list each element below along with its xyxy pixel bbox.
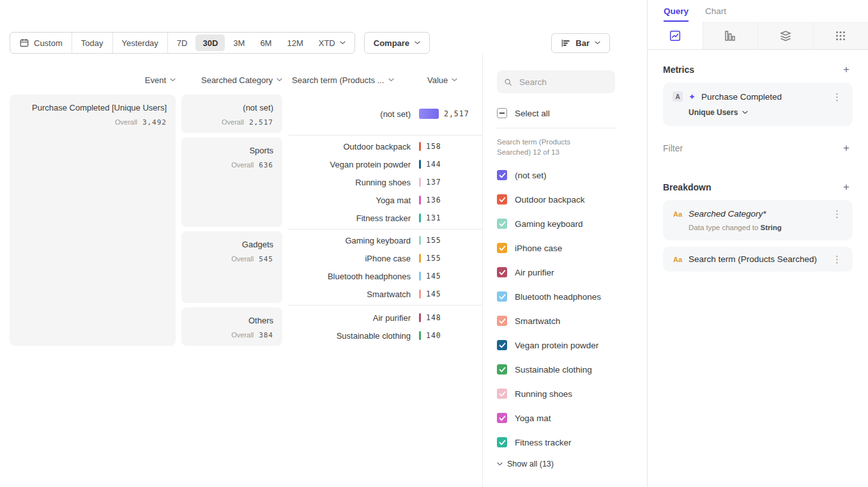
- add-breakdown-button[interactable]: +: [840, 182, 853, 192]
- breakdown-card[interactable]: Aa Search term (Products Searched) ⋮: [663, 247, 853, 272]
- separator: [167, 33, 168, 53]
- kebab-menu-icon[interactable]: ⋮: [831, 93, 843, 101]
- value-bar[interactable]: [419, 178, 421, 187]
- category-card[interactable]: OthersOverall384: [181, 307, 282, 346]
- column-header-search-term[interactable]: Search term (Products ...: [292, 72, 394, 88]
- measure-selector[interactable]: Unique Users: [689, 108, 843, 117]
- date-range-today[interactable]: Today: [74, 35, 110, 51]
- series-checkbox[interactable]: [497, 340, 507, 350]
- search-term-row[interactable]: Running shoes137: [288, 173, 482, 191]
- search-term-row[interactable]: Air purifier148: [288, 309, 482, 327]
- date-range-yesterday[interactable]: Yesterday: [115, 35, 165, 51]
- value-bar[interactable]: [419, 331, 421, 340]
- value-bar[interactable]: [419, 142, 421, 151]
- column-header-category[interactable]: Searched Category: [181, 75, 282, 85]
- search-term-row[interactable]: Bluetooth headphones145: [288, 267, 482, 285]
- search-term-row[interactable]: Vegan protein powder144: [288, 155, 482, 173]
- legend-item[interactable]: Running shoes: [497, 382, 637, 406]
- tab-retention[interactable]: [758, 22, 814, 49]
- category-card[interactable]: (not set)Overall2,517: [181, 95, 282, 133]
- value-label: 137: [426, 178, 441, 187]
- custom-date-button[interactable]: Custom: [12, 35, 70, 51]
- column-header-value[interactable]: Value: [427, 72, 457, 88]
- date-range-3m[interactable]: 3M: [226, 35, 252, 51]
- event-card[interactable]: Purchase Completed [Unique Users] Overal…: [10, 95, 176, 346]
- search-term-row[interactable]: Outdoor backpack158: [288, 137, 482, 155]
- metric-card[interactable]: A ✦ Purchase Completed ⋮ Unique Users: [663, 82, 853, 126]
- search-input[interactable]: [518, 77, 608, 88]
- date-range-12m[interactable]: 12M: [280, 35, 310, 51]
- compare-button[interactable]: Compare: [364, 32, 430, 54]
- select-all-checkbox[interactable]: [497, 108, 507, 118]
- metric-name[interactable]: Purchase Completed: [701, 92, 825, 102]
- legend-item[interactable]: iPhone case: [497, 236, 637, 260]
- series-checkbox[interactable]: [497, 170, 507, 180]
- breakdown-name[interactable]: Search term (Products Searched): [689, 254, 825, 264]
- select-all-row[interactable]: Select all: [497, 108, 637, 118]
- category-card[interactable]: GadgetsOverall545: [181, 231, 282, 303]
- term-label: Outdoor backpack: [288, 142, 411, 151]
- series-checkbox[interactable]: [497, 219, 507, 229]
- value-bar[interactable]: [419, 313, 421, 322]
- legend-item[interactable]: Bluetooth headphones: [497, 284, 637, 309]
- tab-insights[interactable]: [648, 22, 703, 49]
- value-bar[interactable]: [419, 160, 421, 169]
- value-bar[interactable]: [419, 272, 421, 281]
- kebab-menu-icon[interactable]: ⋮: [831, 255, 843, 263]
- search-term-row[interactable]: (not set)2,517: [288, 105, 482, 123]
- tab-funnels[interactable]: [703, 22, 759, 49]
- tab-query[interactable]: Query: [664, 0, 689, 22]
- series-checkbox[interactable]: [497, 316, 507, 326]
- value-bar[interactable]: [419, 236, 421, 245]
- search-term-row[interactable]: Sustainable clothing140: [288, 327, 482, 344]
- series-checkbox[interactable]: [497, 413, 507, 423]
- breakdown-card[interactable]: Aa Searched Category* ⋮ Data type change…: [663, 200, 853, 240]
- legend-item[interactable]: Fitness tracker: [497, 430, 637, 454]
- show-all-button[interactable]: Show all (13): [497, 460, 637, 468]
- legend-item-label: Vegan protein powder: [515, 341, 598, 350]
- value-bar-group: 144: [419, 160, 441, 169]
- value-bar[interactable]: [419, 109, 439, 119]
- category-card[interactable]: SportsOverall636: [181, 137, 282, 227]
- value-bar[interactable]: [419, 254, 421, 263]
- add-filter-button[interactable]: +: [840, 143, 853, 153]
- value-bar[interactable]: [419, 290, 421, 298]
- search-box[interactable]: [497, 70, 615, 93]
- table-header-row: Event Searched Category Search term (Pro…: [10, 72, 482, 88]
- legend-item[interactable]: Smartwatch: [497, 309, 637, 333]
- group-divider: [288, 305, 482, 305]
- search-term-row[interactable]: Gaming keyboard155: [288, 231, 482, 249]
- series-checkbox[interactable]: [497, 243, 507, 253]
- series-checkbox[interactable]: [497, 437, 507, 447]
- search-term-row[interactable]: Fitness tracker131: [288, 209, 482, 227]
- value-bar[interactable]: [419, 213, 421, 222]
- search-term-row[interactable]: Yoga mat136: [288, 191, 482, 209]
- series-checkbox[interactable]: [497, 267, 507, 277]
- chart-type-button[interactable]: Bar: [551, 33, 610, 53]
- date-range-6m[interactable]: 6M: [253, 35, 278, 51]
- check-icon: [499, 318, 506, 324]
- series-checkbox[interactable]: [497, 291, 507, 302]
- add-metric-button[interactable]: +: [840, 64, 853, 75]
- legend-item[interactable]: Sustainable clothing: [497, 357, 637, 382]
- legend-item[interactable]: Air purifier: [497, 260, 637, 284]
- series-checkbox[interactable]: [497, 194, 507, 205]
- search-term-row[interactable]: Smartwatch145: [288, 285, 482, 303]
- value-bar[interactable]: [419, 196, 421, 205]
- breakdown-name[interactable]: Searched Category*: [689, 209, 825, 219]
- series-checkbox[interactable]: [497, 364, 507, 375]
- legend-item[interactable]: Yoga mat: [497, 406, 637, 430]
- legend-item[interactable]: Gaming keyboard: [497, 212, 637, 236]
- column-header-event[interactable]: Event: [10, 75, 176, 85]
- date-range-xtd[interactable]: XTD: [312, 35, 353, 51]
- search-term-row[interactable]: iPhone case155: [288, 249, 482, 267]
- series-checkbox[interactable]: [497, 389, 507, 399]
- tab-chart[interactable]: Chart: [705, 0, 726, 22]
- kebab-menu-icon[interactable]: ⋮: [831, 210, 843, 218]
- date-range-30d[interactable]: 30D: [195, 35, 225, 51]
- legend-item[interactable]: Outdoor backpack: [497, 187, 637, 212]
- tab-flows[interactable]: [814, 22, 868, 49]
- legend-item[interactable]: Vegan protein powder: [497, 333, 637, 357]
- date-range-7d[interactable]: 7D: [170, 35, 195, 51]
- legend-item[interactable]: (not set): [497, 163, 637, 187]
